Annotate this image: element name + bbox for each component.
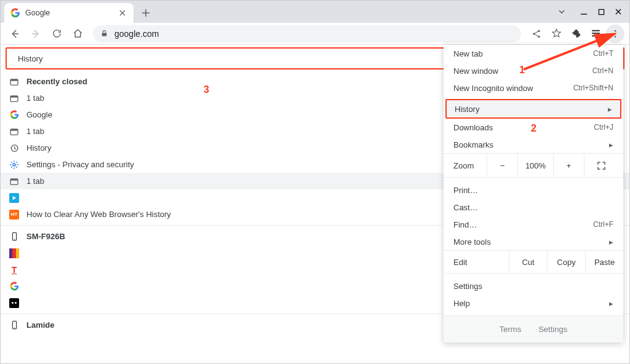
history-row-label: 1 tab <box>26 127 44 136</box>
svg-point-22 <box>14 239 14 239</box>
svg-rect-6 <box>592 33 600 34</box>
address-bar[interactable]: google.com <box>93 25 521 42</box>
copy-button[interactable]: Copy <box>547 251 585 273</box>
tab-title: Google <box>25 9 50 17</box>
menu-label: Help <box>453 299 470 308</box>
home-button[interactable] <box>68 25 87 43</box>
menu-item-downloads[interactable]: Downloads Ctrl+J <box>444 119 623 136</box>
menu-label: More tools <box>453 237 491 247</box>
zoom-value: 100% <box>517 154 553 177</box>
tab-search-button[interactable] <box>553 3 570 20</box>
gear-icon <box>9 160 19 170</box>
maximize-button[interactable] <box>592 3 610 20</box>
tab-strip: Google <box>1 1 629 23</box>
menu-shortcut: Ctrl+T <box>593 49 613 58</box>
bookmark-button[interactable] <box>547 25 565 43</box>
svg-rect-5 <box>592 30 600 31</box>
edit-label: Edit <box>444 258 509 267</box>
chevron-right-icon: ▸ <box>609 299 613 308</box>
t-favicon: T <box>9 265 19 275</box>
phone-icon <box>9 232 19 242</box>
zoom-out-button[interactable]: − <box>487 154 517 177</box>
minimize-button[interactable] <box>575 3 592 20</box>
chevron-right-icon: ▸ <box>609 140 613 149</box>
close-window-button[interactable] <box>610 3 627 20</box>
htg-favicon: HT <box>9 210 19 220</box>
menu-item[interactable]: New Incognito windowCtrl+Shift+N <box>444 79 623 97</box>
menu-label: New Incognito window <box>453 84 533 93</box>
menu-label: History <box>455 105 479 114</box>
svg-point-9 <box>615 33 616 34</box>
lock-icon <box>100 30 108 38</box>
zoom-label: Zoom <box>444 161 487 170</box>
tab-icon <box>9 127 19 136</box>
tab-icon <box>9 176 19 186</box>
svg-rect-14 <box>10 96 18 98</box>
svg-point-8 <box>615 30 616 32</box>
menu-edit-row: Edit Cut Copy Paste <box>444 250 623 274</box>
medium-favicon <box>9 298 19 308</box>
menu-item-bookmarks[interactable]: Bookmarks ▸ <box>444 136 623 153</box>
svg-point-10 <box>615 36 616 38</box>
reading-list-button[interactable] <box>586 25 605 43</box>
google-favicon <box>10 8 20 18</box>
svg-point-24 <box>14 327 14 328</box>
menu-item[interactable]: Cast… <box>444 199 623 216</box>
history-row-label: 1 tab <box>26 93 44 103</box>
menu-label: New tab <box>453 49 483 58</box>
fullscreen-button[interactable] <box>584 154 618 177</box>
browser-tab[interactable]: Google <box>4 3 134 23</box>
svg-rect-1 <box>102 33 107 36</box>
back-button[interactable] <box>6 25 24 43</box>
history-row-label: SM-F926B <box>26 232 65 241</box>
svg-rect-20 <box>10 179 18 181</box>
history-icon <box>9 143 19 153</box>
history-row-label: 1 tab <box>26 176 44 186</box>
history-row-label: Google <box>26 110 52 119</box>
reload-button[interactable] <box>47 25 66 43</box>
history-row-label: Lamide <box>26 320 55 330</box>
history-row-label: Settings - Privacy and security <box>26 160 134 169</box>
chrome-menu: New tabCtrl+TNew windowCtrl+NNew Incogni… <box>444 45 623 342</box>
menu-item[interactable]: New tabCtrl+T <box>444 45 623 62</box>
new-tab-button[interactable] <box>137 4 154 22</box>
menu-item[interactable]: Settings <box>444 277 623 295</box>
forward-button[interactable] <box>26 25 45 43</box>
chrome-menu-button[interactable] <box>606 25 624 43</box>
svg-point-18 <box>13 164 15 166</box>
menu-zoom-row: Zoom − 100% + <box>444 153 623 178</box>
menu-label: Print… <box>453 186 478 195</box>
menu-item[interactable]: Print… <box>444 181 623 199</box>
close-tab-button[interactable] <box>118 8 127 18</box>
zoom-in-button[interactable]: + <box>553 154 584 177</box>
paste-button[interactable]: Paste <box>585 251 623 273</box>
menu-item[interactable]: New windowCtrl+N <box>444 62 623 79</box>
toolbar: google.com <box>1 23 629 45</box>
menu-item[interactable]: Help▸ <box>444 295 623 312</box>
menu-shortcut: Ctrl+F <box>593 220 613 229</box>
phone-icon <box>9 320 19 330</box>
menu-item-history[interactable]: History ▸ <box>445 99 621 119</box>
window-controls <box>553 1 627 23</box>
url-text: google.com <box>114 29 159 39</box>
menu-label: Find… <box>453 220 477 229</box>
history-row-label: Recently closed <box>26 77 87 86</box>
footer-terms[interactable]: Terms <box>500 325 521 334</box>
menu-shortcut: Ctrl+N <box>592 66 613 75</box>
menu-item[interactable]: Find…Ctrl+F <box>444 216 623 233</box>
menu-label: Cast… <box>453 203 478 212</box>
cut-button[interactable]: Cut <box>509 251 547 273</box>
tab-icon <box>9 77 19 87</box>
menu-item[interactable]: More tools▸ <box>444 233 623 250</box>
footer-settings[interactable]: Settings <box>538 325 567 334</box>
chevron-right-icon: ▸ <box>608 105 612 114</box>
svg-rect-7 <box>592 35 597 36</box>
share-button[interactable] <box>527 25 546 43</box>
menu-label: Downloads <box>453 123 493 132</box>
play-favicon <box>9 193 19 203</box>
history-header-label: History <box>18 54 42 63</box>
google-favicon <box>9 282 19 291</box>
extensions-button[interactable] <box>567 25 585 43</box>
bags-favicon <box>9 248 19 258</box>
menu-footer: Terms Settings <box>444 315 623 342</box>
